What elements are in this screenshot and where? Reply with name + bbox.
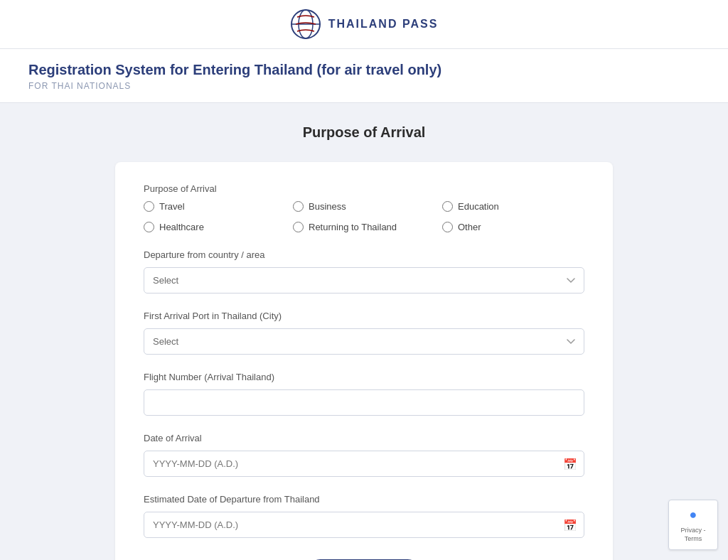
radio-education[interactable] [442, 201, 453, 212]
date-arrival-group: Date of Arrival 📅 [144, 433, 584, 477]
radio-travel[interactable] [144, 201, 154, 212]
form-section-title: Purpose of Arrival [28, 124, 700, 141]
logo-text: THAILAND PASS [328, 18, 439, 31]
date-arrival-label: Date of Arrival [144, 433, 584, 443]
arrival-port-label: First Arrival Port in Thailand (City) [144, 311, 584, 321]
header: THAILAND PASS [0, 0, 728, 49]
radio-healthcare-label: Healthcare [159, 222, 204, 232]
radio-item-education[interactable]: Education [442, 201, 584, 212]
thailand-pass-logo-icon [290, 9, 321, 40]
departure-country-label: Departure from country / area [144, 249, 584, 260]
radio-item-returning[interactable]: Returning to Thailand [293, 222, 435, 232]
date-departure-label: Estimated Date of Departure from Thailan… [144, 494, 584, 505]
date-departure-input[interactable] [144, 512, 584, 538]
arrival-port-select[interactable]: Select [144, 328, 584, 355]
radio-other-label: Other [458, 222, 481, 232]
recaptcha-text: Privacy - Terms [680, 527, 705, 543]
radio-item-other[interactable]: Other [442, 222, 584, 232]
date-arrival-input[interactable] [144, 451, 584, 477]
flight-number-group: Flight Number (Arrival Thailand) [144, 372, 584, 416]
radio-travel-label: Travel [159, 201, 185, 212]
page-banner: Registration System for Entering Thailan… [0, 49, 728, 103]
radio-item-travel[interactable]: Travel [144, 201, 286, 212]
radio-healthcare[interactable] [144, 222, 154, 232]
date-departure-group: Estimated Date of Departure from Thailan… [144, 494, 584, 538]
radio-returning[interactable] [293, 222, 304, 232]
recaptcha-logo-icon: ● [676, 506, 710, 524]
radio-item-healthcare[interactable]: Healthcare [144, 222, 286, 232]
departure-country-select[interactable]: Select [144, 267, 584, 294]
arrival-port-group: First Arrival Port in Thailand (City) Se… [144, 311, 584, 355]
flight-number-input[interactable] [144, 389, 584, 416]
radio-education-label: Education [458, 201, 499, 212]
radio-other[interactable] [442, 222, 453, 232]
departure-country-group: Departure from country / area Select [144, 249, 584, 294]
logo-area: THAILAND PASS [290, 9, 439, 40]
radio-business[interactable] [293, 201, 304, 212]
purpose-of-arrival-group: Purpose of Arrival Travel Business Educa… [144, 183, 584, 232]
radio-business-label: Business [309, 201, 346, 212]
form-card: Purpose of Arrival Travel Business Educa… [115, 162, 613, 560]
flight-number-label: Flight Number (Arrival Thailand) [144, 372, 584, 382]
purpose-radio-grid: Travel Business Education Healthcare [144, 201, 584, 232]
date-arrival-wrapper: 📅 [144, 451, 584, 477]
radio-item-business[interactable]: Business [293, 201, 435, 212]
page-title: Registration System for Entering Thailan… [28, 62, 700, 78]
recaptcha-badge: ● Privacy - Terms [668, 500, 718, 550]
radio-returning-label: Returning to Thailand [309, 222, 397, 232]
date-departure-wrapper: 📅 [144, 512, 584, 538]
main-content: Purpose of Arrival Purpose of Arrival Tr… [0, 103, 728, 560]
page-subtitle: FOR THAI NATIONALS [28, 81, 700, 91]
purpose-of-arrival-label: Purpose of Arrival [144, 183, 584, 194]
